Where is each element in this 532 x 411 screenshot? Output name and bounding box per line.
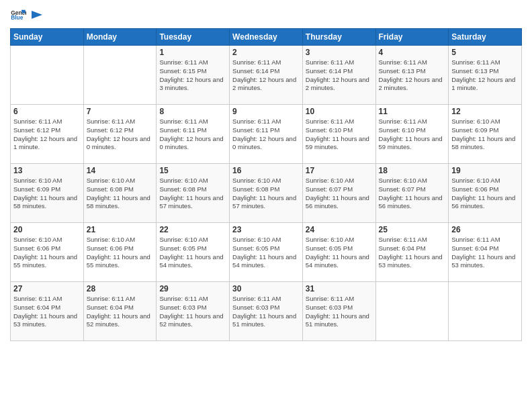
day-detail: Sunrise: 6:10 AM Sunset: 6:07 PM Dayligh… [379, 177, 446, 211]
day-number: 7 [87, 107, 154, 116]
calendar-cell: 29Sunrise: 6:11 AM Sunset: 6:03 PM Dayli… [157, 282, 230, 341]
day-number: 18 [379, 166, 446, 175]
day-number: 30 [232, 284, 300, 293]
svg-marker-2 [32, 11, 42, 19]
day-number: 16 [232, 166, 300, 175]
day-of-week-header: Saturday [449, 29, 522, 46]
day-number: 10 [306, 107, 373, 116]
day-of-week-header: Friday [375, 29, 449, 46]
day-number: 20 [13, 225, 81, 234]
day-number: 23 [232, 225, 300, 234]
calendar-cell [11, 46, 84, 105]
day-detail: Sunrise: 6:10 AM Sunset: 6:08 PM Dayligh… [232, 177, 300, 211]
day-detail: Sunrise: 6:10 AM Sunset: 6:07 PM Dayligh… [306, 177, 373, 211]
day-detail: Sunrise: 6:11 AM Sunset: 6:14 PM Dayligh… [306, 58, 373, 93]
calendar-cell: 26Sunrise: 6:11 AM Sunset: 6:04 PM Dayli… [449, 223, 522, 282]
day-number: 4 [379, 48, 446, 57]
calendar-cell: 9Sunrise: 6:11 AM Sunset: 6:11 PM Daylig… [230, 105, 303, 164]
calendar-cell: 8Sunrise: 6:11 AM Sunset: 6:11 PM Daylig… [157, 105, 230, 164]
calendar-cell [375, 282, 449, 341]
calendar-cell: 1Sunrise: 6:11 AM Sunset: 6:15 PM Daylig… [157, 46, 230, 105]
day-detail: Sunrise: 6:10 AM Sunset: 6:06 PM Dayligh… [451, 177, 519, 211]
day-number: 2 [232, 48, 300, 57]
calendar-cell: 20Sunrise: 6:10 AM Sunset: 6:06 PM Dayli… [11, 223, 84, 282]
calendar-cell: 12Sunrise: 6:10 AM Sunset: 6:09 PM Dayli… [449, 105, 522, 164]
day-detail: Sunrise: 6:11 AM Sunset: 6:11 PM Dayligh… [159, 118, 226, 152]
day-detail: Sunrise: 6:10 AM Sunset: 6:06 PM Dayligh… [87, 236, 154, 270]
calendar-cell: 28Sunrise: 6:11 AM Sunset: 6:04 PM Dayli… [83, 282, 157, 341]
day-detail: Sunrise: 6:11 AM Sunset: 6:10 PM Dayligh… [379, 118, 446, 152]
day-number: 9 [232, 107, 300, 116]
day-number: 15 [159, 166, 226, 175]
day-detail: Sunrise: 6:11 AM Sunset: 6:03 PM Dayligh… [306, 295, 373, 329]
calendar-cell: 17Sunrise: 6:10 AM Sunset: 6:07 PM Dayli… [302, 164, 375, 223]
calendar-cell: 31Sunrise: 6:11 AM Sunset: 6:03 PM Dayli… [302, 282, 375, 341]
day-detail: Sunrise: 6:11 AM Sunset: 6:04 PM Dayligh… [451, 236, 519, 270]
day-number: 31 [306, 284, 373, 293]
day-detail: Sunrise: 6:11 AM Sunset: 6:04 PM Dayligh… [13, 295, 81, 329]
day-of-week-header: Thursday [302, 29, 375, 46]
calendar-cell: 16Sunrise: 6:10 AM Sunset: 6:08 PM Dayli… [230, 164, 303, 223]
calendar-cell: 13Sunrise: 6:10 AM Sunset: 6:09 PM Dayli… [11, 164, 84, 223]
day-number: 14 [87, 166, 154, 175]
day-number: 21 [87, 225, 154, 234]
day-of-week-header: Monday [83, 29, 157, 46]
calendar-week-row: 20Sunrise: 6:10 AM Sunset: 6:06 PM Dayli… [11, 223, 522, 282]
day-detail: Sunrise: 6:10 AM Sunset: 6:09 PM Dayligh… [451, 118, 519, 152]
calendar-cell: 3Sunrise: 6:11 AM Sunset: 6:14 PM Daylig… [302, 46, 375, 105]
calendar-cell: 24Sunrise: 6:10 AM Sunset: 6:05 PM Dayli… [302, 223, 375, 282]
calendar-cell: 11Sunrise: 6:11 AM Sunset: 6:10 PM Dayli… [375, 105, 449, 164]
day-number: 25 [379, 225, 446, 234]
day-number: 12 [451, 107, 519, 116]
calendar-cell [83, 46, 157, 105]
day-number: 3 [306, 48, 373, 57]
logo-flag-icon [30, 9, 44, 20]
day-detail: Sunrise: 6:10 AM Sunset: 6:05 PM Dayligh… [159, 236, 226, 270]
day-number: 22 [159, 225, 226, 234]
calendar-cell: 15Sunrise: 6:10 AM Sunset: 6:08 PM Dayli… [157, 164, 230, 223]
calendar-week-row: 27Sunrise: 6:11 AM Sunset: 6:04 PM Dayli… [11, 282, 522, 341]
day-detail: Sunrise: 6:11 AM Sunset: 6:04 PM Dayligh… [379, 236, 446, 270]
calendar-cell: 6Sunrise: 6:11 AM Sunset: 6:12 PM Daylig… [11, 105, 84, 164]
day-number: 6 [13, 107, 81, 116]
day-detail: Sunrise: 6:11 AM Sunset: 6:03 PM Dayligh… [232, 295, 300, 329]
day-detail: Sunrise: 6:10 AM Sunset: 6:08 PM Dayligh… [159, 177, 226, 211]
calendar-cell: 4Sunrise: 6:11 AM Sunset: 6:13 PM Daylig… [375, 46, 449, 105]
logo: General Blue [10, 7, 44, 23]
calendar-cell: 19Sunrise: 6:10 AM Sunset: 6:06 PM Dayli… [449, 164, 522, 223]
calendar-cell: 18Sunrise: 6:10 AM Sunset: 6:07 PM Dayli… [375, 164, 449, 223]
day-of-week-header: Tuesday [157, 29, 230, 46]
day-detail: Sunrise: 6:11 AM Sunset: 6:12 PM Dayligh… [87, 118, 154, 152]
calendar-cell: 14Sunrise: 6:10 AM Sunset: 6:08 PM Dayli… [83, 164, 157, 223]
day-number: 5 [451, 48, 519, 57]
logo-icon: General Blue [10, 7, 26, 23]
calendar-cell: 10Sunrise: 6:11 AM Sunset: 6:10 PM Dayli… [302, 105, 375, 164]
calendar-cell: 22Sunrise: 6:10 AM Sunset: 6:05 PM Dayli… [157, 223, 230, 282]
calendar-cell: 2Sunrise: 6:11 AM Sunset: 6:14 PM Daylig… [230, 46, 303, 105]
day-number: 19 [451, 166, 519, 175]
calendar-cell: 21Sunrise: 6:10 AM Sunset: 6:06 PM Dayli… [83, 223, 157, 282]
page: General Blue SundayMondayTuesdayWed [0, 0, 532, 411]
day-detail: Sunrise: 6:11 AM Sunset: 6:04 PM Dayligh… [87, 295, 154, 329]
day-detail: Sunrise: 6:10 AM Sunset: 6:08 PM Dayligh… [87, 177, 154, 211]
day-number: 17 [306, 166, 373, 175]
day-detail: Sunrise: 6:11 AM Sunset: 6:15 PM Dayligh… [159, 58, 226, 93]
calendar: SundayMondayTuesdayWednesdayThursdayFrid… [10, 28, 522, 341]
day-number: 29 [159, 284, 226, 293]
calendar-cell: 23Sunrise: 6:10 AM Sunset: 6:05 PM Dayli… [230, 223, 303, 282]
day-number: 11 [379, 107, 446, 116]
svg-text:Blue: Blue [11, 14, 24, 21]
day-detail: Sunrise: 6:11 AM Sunset: 6:14 PM Dayligh… [232, 58, 300, 93]
day-number: 13 [13, 166, 81, 175]
day-detail: Sunrise: 6:11 AM Sunset: 6:10 PM Dayligh… [306, 118, 373, 152]
header: General Blue [10, 7, 522, 23]
calendar-cell: 7Sunrise: 6:11 AM Sunset: 6:12 PM Daylig… [83, 105, 157, 164]
calendar-cell: 5Sunrise: 6:11 AM Sunset: 6:13 PM Daylig… [449, 46, 522, 105]
day-of-week-header: Sunday [11, 29, 84, 46]
day-detail: Sunrise: 6:10 AM Sunset: 6:09 PM Dayligh… [13, 177, 81, 211]
day-number: 27 [13, 284, 81, 293]
calendar-cell: 25Sunrise: 6:11 AM Sunset: 6:04 PM Dayli… [375, 223, 449, 282]
calendar-header-row: SundayMondayTuesdayWednesdayThursdayFrid… [11, 29, 522, 46]
calendar-week-row: 6Sunrise: 6:11 AM Sunset: 6:12 PM Daylig… [11, 105, 522, 164]
day-detail: Sunrise: 6:11 AM Sunset: 6:12 PM Dayligh… [13, 118, 81, 152]
